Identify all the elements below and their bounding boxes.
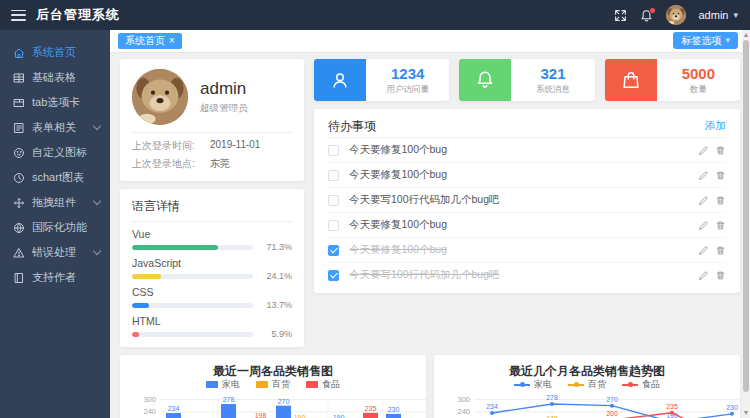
svg-text:270: 270 xyxy=(606,396,618,403)
scroll-down-arrow-icon[interactable] xyxy=(744,411,748,415)
delete-trash-icon[interactable] xyxy=(715,270,726,281)
chevron-down-icon: ▾ xyxy=(733,11,738,20)
chevron-down-icon xyxy=(93,122,101,130)
legend-swatch xyxy=(568,384,584,386)
todo-row: 今天要修复100个bug xyxy=(328,238,726,263)
sidebar-item[interactable]: 表单相关 xyxy=(0,115,110,140)
edit-pencil-icon[interactable] xyxy=(698,195,709,206)
todo-checkbox[interactable] xyxy=(328,245,339,256)
sidebar-item[interactable]: schart图表 xyxy=(0,165,110,190)
language-row: Vue 71.3% xyxy=(132,228,292,252)
stat-value: 5000 xyxy=(682,65,715,82)
legend-swatch xyxy=(306,381,318,388)
todo-title: 待办事项 xyxy=(328,118,376,135)
tab-close-icon[interactable]: × xyxy=(169,36,175,46)
stat-value: 321 xyxy=(540,65,565,82)
language-name: CSS xyxy=(132,286,292,298)
sidebar-item[interactable]: 错误处理 xyxy=(0,240,110,265)
page-scrollbar[interactable] xyxy=(742,30,750,418)
user-menu[interactable]: admin ▾ xyxy=(699,9,739,21)
tab-home[interactable]: 系统首页 × xyxy=(118,33,182,49)
charts-row: 最近一周各品类销售图 家电百货食品 6012018024030023416414… xyxy=(120,355,740,418)
progress-bar xyxy=(132,332,253,337)
edit-pencil-icon[interactable] xyxy=(698,270,709,281)
sidebar-item[interactable]: 国际化功能 xyxy=(0,215,110,240)
svg-text:200: 200 xyxy=(606,410,618,417)
legend-item[interactable]: 百货 xyxy=(256,378,290,391)
todo-checkbox[interactable] xyxy=(328,145,339,156)
edit-pencil-icon[interactable] xyxy=(698,170,709,181)
line-chart-legend: 家电百货食品 xyxy=(444,378,730,391)
chevron-down-icon: ▾ xyxy=(725,36,730,45)
progress-bar xyxy=(132,245,253,250)
todo-checkbox[interactable] xyxy=(328,270,339,281)
sidebar-item[interactable]: 基础表格 xyxy=(0,65,110,90)
delete-trash-icon[interactable] xyxy=(715,245,726,256)
sidebar-item[interactable]: tab选项卡 xyxy=(0,90,110,115)
notification-badge xyxy=(649,7,656,14)
bar-chart-legend: 家电百货食品 xyxy=(130,378,416,391)
line-chart: 6012018024030023427827019023016417815013… xyxy=(444,393,730,418)
legend-item[interactable]: 百货 xyxy=(568,378,606,391)
legend-item[interactable]: 家电 xyxy=(206,378,240,391)
progress-fill xyxy=(132,332,139,337)
legend-item[interactable]: 食品 xyxy=(306,378,340,391)
tab-label: 系统首页 xyxy=(125,34,165,48)
field-label: 上次登录地点: xyxy=(132,157,210,171)
sidebar-item[interactable]: 自定义图标 xyxy=(0,140,110,165)
fullscreen-icon[interactable] xyxy=(614,9,627,22)
todo-add-link[interactable]: 添加 xyxy=(705,119,726,133)
sidebar-item-label: 国际化功能 xyxy=(32,220,102,235)
delete-trash-icon[interactable] xyxy=(715,220,726,231)
stat-icon xyxy=(459,59,511,101)
sidebar-item[interactable]: 支持作者 xyxy=(0,265,110,290)
profile-avatar xyxy=(132,69,188,125)
legend-label: 百货 xyxy=(588,378,606,391)
delete-trash-icon[interactable] xyxy=(715,170,726,181)
sidebar-item[interactable]: 拖拽组件 xyxy=(0,190,110,215)
progress-fill xyxy=(132,303,149,308)
svg-text:278: 278 xyxy=(546,394,558,401)
bar-chart: 60120180240300234164144周一278178198周二2701… xyxy=(130,393,416,418)
legend-label: 百货 xyxy=(272,378,290,391)
stats-row: 1234 用户访问量 321 系统消息 5000 数量 xyxy=(314,59,740,101)
sidebar-item[interactable]: 系统首页 xyxy=(0,40,110,65)
legend-swatch xyxy=(206,381,218,388)
edit-pencil-icon[interactable] xyxy=(698,145,709,156)
line-chart-title: 最近几个月各品类销售趋势图 xyxy=(444,363,730,378)
notifications-bell-icon[interactable] xyxy=(640,9,653,22)
svg-text:278: 278 xyxy=(223,396,235,403)
sidebar-item-label: 系统首页 xyxy=(32,45,102,60)
edit-pencil-icon[interactable] xyxy=(698,245,709,256)
sidebar-item-label: 自定义图标 xyxy=(32,145,102,160)
user-avatar[interactable] xyxy=(666,5,686,25)
collapse-menu-icon[interactable] xyxy=(11,10,26,21)
language-row: JavaScript 24.1% xyxy=(132,257,292,281)
sidebar-item-icon xyxy=(13,272,25,284)
profile-card: admin 超级管理员 上次登录时间: 2019-11-01 上次登录地点: 东… xyxy=(120,59,304,181)
legend-item[interactable]: 家电 xyxy=(514,378,552,391)
svg-text:240: 240 xyxy=(143,407,156,416)
sidebar-item-icon xyxy=(13,72,25,84)
todo-card: 待办事项 添加 今天要修复100个bug 今天要修复100个bug 今天要写10… xyxy=(314,109,740,293)
todo-checkbox[interactable] xyxy=(328,170,339,181)
todo-checkbox[interactable] xyxy=(328,195,339,206)
svg-text:270: 270 xyxy=(278,398,290,405)
stat-label: 数量 xyxy=(690,84,707,96)
scroll-up-arrow-icon[interactable] xyxy=(744,33,748,37)
todo-checkbox[interactable] xyxy=(328,220,339,231)
svg-text:230: 230 xyxy=(726,404,738,411)
sidebar-item-icon xyxy=(13,222,25,234)
tag-options-button[interactable]: 标签选项 ▾ xyxy=(673,32,738,49)
sidebar-item-label: tab选项卡 xyxy=(32,95,102,110)
legend-item[interactable]: 食品 xyxy=(622,378,660,391)
delete-trash-icon[interactable] xyxy=(715,145,726,156)
scrollbar-thumb[interactable] xyxy=(743,40,749,392)
sidebar-item-icon xyxy=(13,147,25,159)
progress-bar xyxy=(132,274,253,279)
svg-text:198: 198 xyxy=(255,412,267,418)
delete-trash-icon[interactable] xyxy=(715,195,726,206)
sidebar-nav: 系统首页 基础表格 tab选项卡 表单相关 自定义图标 schart图表 拖拽组… xyxy=(0,30,110,418)
edit-pencil-icon[interactable] xyxy=(698,220,709,231)
todo-text: 今天要修复100个bug xyxy=(349,143,688,157)
